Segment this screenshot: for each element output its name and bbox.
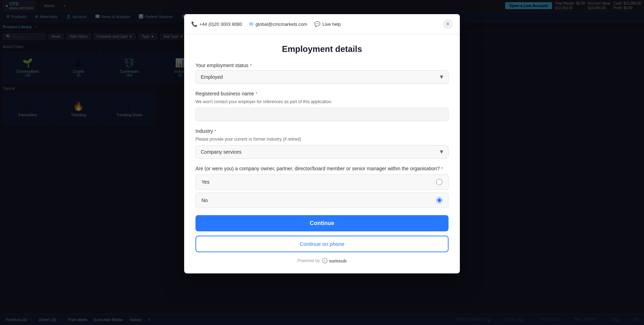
required-marker: * [250,63,252,68]
sumsub-logo-icon: S [322,258,328,264]
email-contact: ✉ global@cmcmarkets.com [249,21,307,27]
powered-by-text: Powered by [297,258,320,263]
svg-text:S: S [324,259,326,263]
radio-no-input[interactable] [436,197,443,203]
employment-status-label: Your employment status * [195,63,449,68]
industry-select[interactable]: Company services Finance Technology Heal… [195,145,449,159]
close-icon: × [446,21,449,27]
continue-button[interactable]: Continue [195,215,449,231]
required-marker-3: * [215,129,216,134]
industry-select-wrapper: Company services Finance Technology Heal… [195,145,449,159]
continue-phone-button[interactable]: Continue on phone [195,236,449,252]
sumsub-logo: S sumsub [322,258,347,264]
required-marker-4: * [441,166,443,171]
business-name-input[interactable] [195,108,449,121]
email-icon: ✉ [249,21,253,27]
modal-header: 📞 +44 (0)20 3003 8080 ✉ global@cmcmarket… [184,14,460,34]
radio-no-label: No [201,197,208,203]
modal-close-button[interactable]: × [443,19,453,29]
live-help-contact[interactable]: 💬 Live help [314,21,341,27]
modal-body: Employment details Your employment statu… [184,34,460,273]
company-role-group: Are (or were you) a company owner, partn… [195,166,449,208]
live-help-label: Live help [322,22,341,27]
email-address: global@cmcmarkets.com [256,22,307,27]
radio-yes-input[interactable] [436,179,443,185]
industry-group: Industry * Please provide your current o… [195,128,449,159]
phone-number: +44 (0)20 3003 8080 [199,22,242,27]
radio-yes-label: Yes [201,179,210,185]
employment-status-group: Your employment status * Employed Self-e… [195,63,449,84]
modal-header-contacts: 📞 +44 (0)20 3003 8080 ✉ global@cmcmarket… [191,21,341,27]
powered-by-footer: Powered by S sumsub [195,258,449,264]
phone-icon: 📞 [191,21,197,27]
modal-overlay: 📞 +44 (0)20 3003 8080 ✉ global@cmcmarket… [0,0,644,325]
industry-label: Industry * [195,128,449,134]
chat-icon: 💬 [314,21,320,27]
required-marker-2: * [256,91,257,96]
phone-contact: 📞 +44 (0)20 3003 8080 [191,21,242,27]
employment-status-select[interactable]: Employed Self-employed Unemployed Retire… [195,70,449,84]
radio-no[interactable]: No [195,193,449,208]
modal-title: Employment details [195,44,449,54]
industry-hint: Please provide your current or former in… [195,136,449,142]
business-name-label: Registered business name * [195,91,449,96]
employment-modal: 📞 +44 (0)20 3003 8080 ✉ global@cmcmarket… [184,14,460,273]
employment-status-select-wrapper: Employed Self-employed Unemployed Retire… [195,70,449,84]
business-name-hint: We won't contact your employer for refer… [195,99,449,105]
radio-yes[interactable]: Yes [195,174,449,190]
business-name-group: Registered business name * We won't cont… [195,91,449,121]
company-role-label: Are (or were you) a company owner, partn… [195,166,449,171]
company-role-radio-group: Yes No [195,174,449,208]
